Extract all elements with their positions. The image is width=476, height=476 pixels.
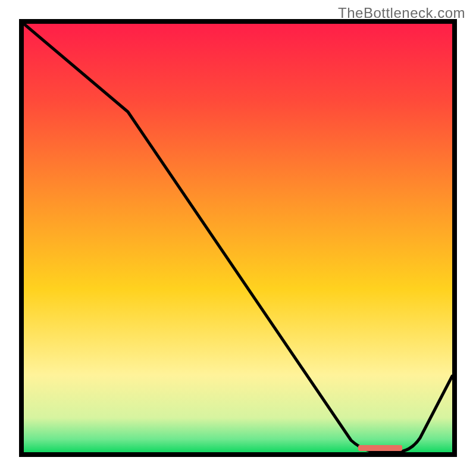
bottleneck-chart: [0, 0, 476, 476]
heat-gradient: [24, 24, 452, 452]
optimal-range-marker: [358, 445, 402, 451]
chart-stage: TheBottleneck.com: [0, 0, 476, 476]
watermark-label: TheBottleneck.com: [338, 5, 465, 21]
